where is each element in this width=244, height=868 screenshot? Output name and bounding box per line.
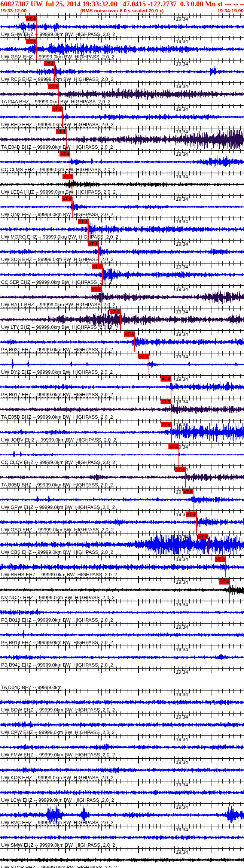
station-channel-label[interactable]: TA D04D BHZ -- 99999.0km: [1, 685, 62, 690]
minute-tick-label: 19:34: [176, 331, 188, 337]
pick-flag[interactable]: ×T 4: [161, 399, 171, 404]
station-channel-label[interactable]: UW KOS EHZ -- 99999.0km BW HIGHPASS 2.0 …: [1, 775, 113, 780]
station-channel-label[interactable]: TA I04A BHZ -- 99999.0km BW HIGHPASS 2.0…: [1, 99, 110, 104]
station-channel-label[interactable]: UW CBS EHZ -- 99999.0km BW HIGHPASS 2.0 …: [1, 549, 113, 555]
seismic-waveform-viewer: 60827307 UW Jul 25, 2014 19:33:32.00 47.…: [0, 0, 244, 868]
minute-tick-label: 19:34: [176, 624, 188, 630]
minute-tick-label: 19:34: [176, 61, 188, 67]
pick-flag[interactable]: ×T 4: [92, 264, 103, 269]
pick-flag[interactable]: ×T 4: [44, 61, 55, 66]
station-channel-label[interactable]: UW LEBA HHZ -- 99999.0km BW HIGHPASS 2.0…: [1, 189, 116, 195]
station-channel-label[interactable]: UW OSD EHZ -- 99999.0km BW HIGHPASS 2.0 …: [1, 527, 114, 532]
pick-flag[interactable]: ×T 4: [26, 16, 36, 21]
station-channel-label[interactable]: UW LTY BHZ -- 99999.0km BW HIGHPASS 2.0 …: [1, 324, 112, 330]
minute-tick-label: 19:34: [176, 354, 188, 359]
pick-flag[interactable]: ×T 4: [219, 579, 230, 585]
minute-tick-label: 19:34: [176, 556, 188, 562]
minute-tick-label: 19:34: [176, 174, 188, 179]
minute-tick-label: 19:34: [176, 196, 188, 202]
pick-flag[interactable]: ×T 4: [186, 512, 196, 517]
minute-tick-label: 19:34: [176, 782, 188, 787]
station-channel-label[interactable]: UW GSM EHZ -- 99999.0km BW HIGHPASS 2.0 …: [1, 54, 114, 60]
pick-flag[interactable]: ×T 4: [56, 129, 66, 134]
station-channel-label[interactable]: UW RED EHZ -- 99999.0km BW HIGHPASS 2.0 …: [1, 122, 113, 127]
minute-tick-label: 19:34: [176, 602, 188, 607]
pick-flag[interactable]: ×T 4: [60, 151, 70, 157]
minute-tick-label: 19:34: [176, 759, 188, 765]
station-channel-label[interactable]: UW SOS EHZ -- 99999.0km BW HIGHPASS 2.0 …: [1, 257, 113, 262]
minute-tick-label: 19:34: [176, 579, 188, 585]
minute-tick-label: 19:34: [176, 737, 188, 742]
station-channel-label[interactable]: UW JORV EHZ -- 99999.0km BW HIGHPASS 2.0…: [1, 437, 116, 443]
station-channel-label[interactable]: UW RCS EHZ -- 99999.0km BW HIGHPASS 2.0 …: [1, 76, 113, 82]
station-channel-label[interactable]: UW LCW EHZ -- 99999.0km BW HIGHPASS 2.0 …: [1, 797, 114, 803]
station-channel-label[interactable]: UW GPW EHZ -- 99999.0km BW HIGHPASS 2.0 …: [1, 504, 115, 510]
minute-tick-label: 19:34: [176, 669, 188, 675]
station-channel-label[interactable]: TA E05D BHZ -- 99999.0km BW HIGHPASS 2.0…: [1, 414, 113, 420]
minute-tick-label: 19:34: [176, 264, 188, 270]
pick-flag[interactable]: ×T 4: [161, 422, 171, 427]
minute-tick-label: 19:34: [176, 16, 188, 22]
pick-flag[interactable]: ×T 4: [175, 467, 186, 472]
pick-flag[interactable]: ×T 4: [62, 174, 73, 179]
minute-tick-label: 19:34: [176, 39, 188, 44]
event-summary-line: 60827307 UW Jul 25, 2014 19:33:32.00 47.…: [0, 0, 244, 8]
pick-flag[interactable]: ×T 4: [183, 489, 193, 494]
station-channel-label[interactable]: UW QN2 EHZ -- 99999.0km BW HIGHPASS 2.0 …: [1, 212, 113, 217]
pick-flag[interactable]: ×T 4: [52, 106, 62, 112]
station-channel-label[interactable]: PB B017 EHZ -- 99999.0km BW HIGHPASS 2.0…: [1, 392, 113, 397]
minute-tick-label: 19:34: [176, 151, 188, 157]
pick-flag[interactable]: ×T 4: [78, 219, 88, 224]
station-channel-label[interactable]: NV NC27 HHZ -- 99999.0km BW HIGHPASS 2.0…: [1, 595, 115, 600]
minute-tick-label: 19:34: [176, 827, 188, 832]
station-channel-label[interactable]: UW GHW EHZ -- 99999.0km BW HIGHPASS 2.0 …: [1, 31, 115, 37]
station-channel-label[interactable]: PB B031 EHZ -- 99999.0km BW HIGHPASS 2.0…: [1, 347, 113, 352]
station-channel-label[interactable]: UW RVC EHZ -- 99999.0km BW HIGHPASS 2.0 …: [1, 820, 113, 825]
pick-flag[interactable]: ×T 4: [215, 556, 226, 562]
station-channel-label[interactable]: UW MORO EHZ -- 99999.0km BW HIGHPASS 2.0…: [1, 234, 118, 240]
station-channel-label[interactable]: UW CPW EHZ -- 99999.0km BW HIGHPASS 2.0 …: [1, 729, 115, 735]
minute-tick-label: 19:34: [176, 399, 188, 404]
station-channel-label[interactable]: CC SEP EHZ -- 99999.0km BW HIGHPASS 2.0 …: [1, 279, 112, 285]
minute-tick-label: 19:34: [176, 129, 188, 134]
pick-flag[interactable]: ×T 4: [124, 331, 135, 337]
station-channel-label[interactable]: TA E04D BHZ -- 99999.0km BW HIGHPASS 2.0…: [1, 144, 113, 150]
window-end-time: 19:34:19.00: [217, 8, 244, 13]
station-channel-label[interactable]: PB B018 EHZ -- 99999.0km BW HIGHPASS 2.0…: [1, 617, 113, 623]
pick-flag[interactable]: ×T 4: [91, 286, 102, 292]
station-channel-label[interactable]: UW DY2 EHZ -- 99999.0km BW HIGHPASS 2.0 …: [1, 369, 113, 375]
minute-tick-label: 19:34: [176, 376, 188, 382]
pick-flag[interactable]: ×T 4: [110, 309, 121, 314]
station-channel-label[interactable]: UW FMW EHZ -- 99999.0km BW HIGHPASS 2.0 …: [1, 752, 115, 758]
station-channel-label[interactable]: UW RATT BHZ -- 99999.0km BW HIGHPASS 2.0…: [1, 302, 116, 307]
pick-flag[interactable]: ×T 4: [168, 444, 179, 449]
pick-flag[interactable]: ×T 4: [62, 196, 72, 201]
pick-flag[interactable]: ×T 4: [161, 376, 171, 382]
station-channel-label[interactable]: PB B019 EHZ -- 99999.0km BW HIGHPASS 2.0…: [1, 640, 113, 645]
pick-flag[interactable]: ×T 4: [198, 534, 208, 539]
minute-tick-label: 19:34: [176, 849, 188, 855]
station-channel-label[interactable]: TA B05D BHZ -- 99999.0km BW HIGHPASS 2.0…: [1, 482, 113, 488]
minute-tick-label: 19:34: [176, 84, 188, 89]
minute-tick-label: 19:34: [176, 804, 188, 810]
minute-tick-label: 19:34: [176, 309, 188, 315]
minute-tick-label: 19:34: [176, 106, 188, 112]
pick-flag[interactable]: ×T 4: [88, 241, 98, 246]
minute-tick-label: 19:34: [176, 241, 188, 247]
minute-tick-label: 19:34: [176, 286, 188, 292]
rms-scaling-note: (RMS noise over 6.0 s scaled 20.0 x): [0, 8, 244, 13]
station-channel-label[interactable]: UW RRHS EHZ -- 99999.0km BW HIGHPASS 2.0…: [1, 572, 117, 577]
station-channel-label[interactable]: UW SMW EHZ -- 99999.0km BW HIGHPASS 2.0 …: [1, 842, 115, 848]
station-channel-label[interactable]: PB B941 EHZ -- 99999.0km BW HIGHPASS 2.0…: [1, 662, 113, 668]
minute-tick-label: 19:34: [176, 422, 188, 427]
minute-tick-label: 19:34: [176, 534, 188, 540]
minute-tick-label: 19:34: [176, 692, 188, 697]
minute-tick-label: 19:34: [176, 647, 188, 652]
station-channel-label[interactable]: UW BOW EHZ -- 99999.0km BW HIGHPASS 2.0 …: [1, 707, 115, 713]
station-channel-label[interactable]: CC CLMS EHZ -- 99999.0km BW HIGHPASS 2.0…: [1, 167, 116, 172]
pick-flag[interactable]: ×T 4: [48, 84, 59, 89]
pick-flag[interactable]: ×T 4: [26, 39, 37, 44]
station-channel-label[interactable]: CC CLCV EHZ -- 99999.0km BW HIGHPASS 2.0…: [1, 459, 115, 465]
pick-flag[interactable]: ×T 4: [138, 354, 149, 359]
station-channel-label[interactable]: UW STOR HHZ -- 99999.0km BW HIGHPASS 2.0…: [1, 865, 117, 868]
